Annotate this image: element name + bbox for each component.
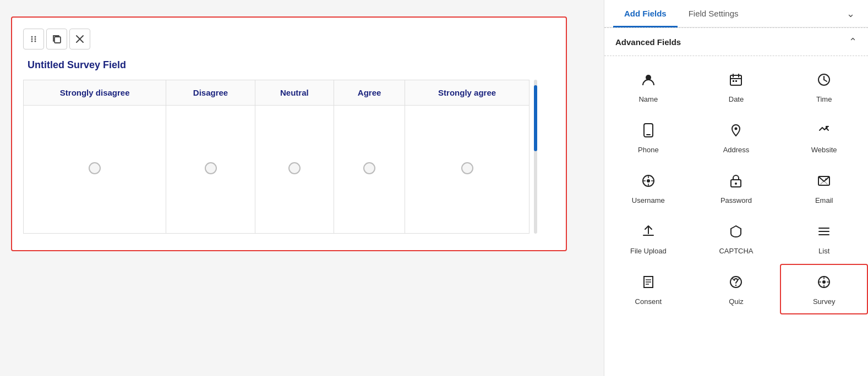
field-label-name: Name <box>638 95 658 103</box>
field-item-address[interactable]: Address <box>692 112 780 163</box>
list-icon <box>817 224 831 242</box>
tab-add-fields[interactable]: Add Fields <box>613 0 678 27</box>
website-icon <box>817 123 831 141</box>
svg-point-38 <box>735 285 736 286</box>
name-icon <box>641 73 656 91</box>
table-header-cell: Strongly agree <box>405 80 529 106</box>
field-item-survey[interactable]: Survey <box>780 264 868 314</box>
svg-point-23 <box>647 179 650 183</box>
field-item-website[interactable]: Website <box>780 112 868 163</box>
captcha-icon <box>729 224 743 242</box>
field-label-address: Address <box>723 146 750 154</box>
address-icon <box>729 123 743 141</box>
scrollbar-track[interactable] <box>534 80 537 234</box>
table-data-cell <box>334 106 405 234</box>
survey-icon <box>817 275 831 293</box>
field-item-username[interactable]: Username <box>604 163 692 213</box>
table-header-cell: Disagree <box>166 80 255 106</box>
field-label-phone: Phone <box>638 146 659 154</box>
radio-option[interactable] <box>363 162 375 174</box>
svg-point-3 <box>35 38 36 40</box>
username-icon <box>641 174 656 192</box>
field-label-consent: Consent <box>635 297 662 306</box>
radio-option[interactable] <box>461 162 473 174</box>
svg-point-2 <box>31 38 33 40</box>
table-data-cell <box>24 106 166 234</box>
field-item-phone[interactable]: Phone <box>604 112 692 163</box>
chevron-down-icon[interactable]: ⌄ <box>842 3 859 24</box>
fields-grid: NameDateTimePhoneAddressWebsiteUsernameP… <box>604 56 868 320</box>
svg-line-39 <box>733 279 734 280</box>
panel-tabs-left: Add Fields Field Settings <box>613 0 750 27</box>
scrollbar-thumb <box>534 85 537 151</box>
panel-tabs: Add Fields Field Settings ⌄ <box>604 0 868 27</box>
file-upload-icon <box>641 224 656 242</box>
field-item-list[interactable]: List <box>780 213 868 264</box>
field-label-file-upload: File Upload <box>630 247 667 255</box>
advanced-fields-section-header: Advanced Fields ⌃ <box>604 27 868 56</box>
survey-table: Strongly disagreeDisagreeNeutralAgreeStr… <box>23 80 529 234</box>
radio-option[interactable] <box>205 162 217 174</box>
svg-point-42 <box>822 280 826 284</box>
copy-button[interactable] <box>46 29 67 49</box>
field-label-quiz: Quiz <box>729 297 744 306</box>
svg-point-0 <box>31 36 33 38</box>
main-canvas: Untitled Survey Field Strongly disagreeD… <box>0 0 604 376</box>
svg-rect-6 <box>54 37 61 43</box>
svg-rect-14 <box>733 80 734 82</box>
section-title: Advanced Fields <box>615 37 681 47</box>
svg-point-4 <box>31 41 33 42</box>
time-icon <box>817 73 831 91</box>
field-label-time: Time <box>816 95 832 103</box>
svg-rect-15 <box>735 80 737 82</box>
field-label-list: List <box>818 247 829 255</box>
svg-point-5 <box>35 41 36 42</box>
quiz-icon <box>729 275 743 293</box>
email-icon <box>817 174 831 192</box>
table-header-cell: Strongly disagree <box>24 80 166 106</box>
table-header-cell: Neutral <box>255 80 334 106</box>
field-item-date[interactable]: Date <box>692 62 780 112</box>
field-toolbar <box>23 29 555 49</box>
svg-line-18 <box>824 80 827 81</box>
field-title: Untitled Survey Field <box>23 59 555 71</box>
tab-field-settings[interactable]: Field Settings <box>678 0 750 27</box>
right-panel: Add Fields Field Settings ⌄ Advanced Fie… <box>604 0 868 376</box>
radio-option[interactable] <box>288 162 301 174</box>
field-item-quiz[interactable]: Quiz <box>692 264 780 314</box>
svg-line-40 <box>738 279 739 280</box>
radio-option[interactable] <box>89 162 101 174</box>
field-item-time[interactable]: Time <box>780 62 868 112</box>
table-data-row <box>24 106 529 234</box>
field-label-captcha: CAPTCHA <box>719 247 753 255</box>
svg-point-1 <box>35 36 36 38</box>
field-item-file-upload[interactable]: File Upload <box>604 213 692 264</box>
table-data-cell <box>166 106 255 234</box>
phone-icon <box>642 123 655 141</box>
survey-table-wrapper: Strongly disagreeDisagreeNeutralAgreeStr… <box>23 80 555 234</box>
field-label-date: Date <box>729 95 744 103</box>
svg-point-21 <box>735 128 738 130</box>
field-item-email[interactable]: Email <box>780 163 868 213</box>
field-label-website: Website <box>811 146 837 154</box>
table-data-cell <box>255 106 334 234</box>
table-data-cell <box>405 106 529 234</box>
table-header-row: Strongly disagreeDisagreeNeutralAgreeStr… <box>24 80 529 106</box>
field-item-password[interactable]: Password <box>692 163 780 213</box>
field-label-username: Username <box>632 196 665 204</box>
field-item-consent[interactable]: Consent <box>604 264 692 314</box>
svg-point-29 <box>735 183 737 185</box>
drag-handle-button[interactable] <box>23 29 44 49</box>
field-item-name[interactable]: Name <box>604 62 692 112</box>
field-container: Untitled Survey Field Strongly disagreeD… <box>11 16 567 251</box>
field-item-captcha[interactable]: CAPTCHA <box>692 213 780 264</box>
password-icon <box>729 174 743 192</box>
close-button[interactable] <box>69 29 90 49</box>
field-label-email: Email <box>815 196 833 204</box>
table-header-cell: Agree <box>334 80 405 106</box>
field-label-survey: Survey <box>813 297 835 306</box>
consent-icon <box>642 275 655 293</box>
date-icon <box>729 73 743 91</box>
section-collapse-icon[interactable]: ⌃ <box>849 36 857 48</box>
field-label-password: Password <box>720 196 752 204</box>
